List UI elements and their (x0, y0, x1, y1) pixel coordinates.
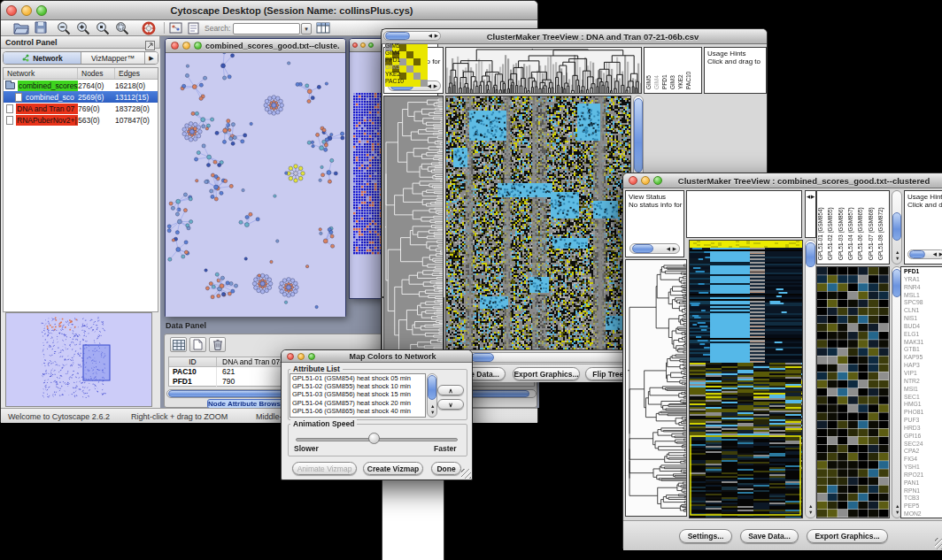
zoom-window-icon[interactable] (36, 5, 47, 16)
scroll-down-arrow-icon[interactable]: ▼ (808, 510, 813, 516)
open-file-icon[interactable] (13, 21, 29, 35)
gene-label[interactable]: GIM4 (385, 50, 404, 57)
gene-label[interactable]: YKE2 (385, 71, 404, 78)
gene-label[interactable]: PFD1 (385, 57, 404, 64)
network-row[interactable]: combined_sco2569(6)13112(15) (4, 91, 158, 103)
gene-label[interactable]: HRD3 (904, 425, 923, 433)
attribute-item[interactable]: GPL51-04 (GSM857) heat shock 20 min (290, 399, 425, 407)
search-input[interactable] (233, 23, 300, 35)
row-dendrogram-canvas[interactable] (626, 260, 686, 516)
help-lifering-icon[interactable] (142, 21, 158, 35)
create-vizmap-button[interactable]: Create Vizmap (363, 462, 423, 475)
gene-label[interactable]: MSL1 (904, 292, 923, 300)
gene-label[interactable]: HMG1 (904, 401, 923, 409)
gene-label[interactable]: NIS1 (904, 315, 923, 323)
heatmap-vscrollbar[interactable]: ▲ ▼ (805, 240, 816, 518)
zoom-window-icon[interactable] (368, 42, 374, 48)
scroll-left-arrow-icon[interactable]: ◀ (667, 247, 670, 252)
heatmap-hscrollbar[interactable] (445, 352, 631, 363)
attribute-item[interactable]: GPL51-03 (GSM856) heat shock 15 min (290, 390, 425, 398)
attribute-table-icon[interactable] (316, 21, 332, 35)
zoom-window-icon[interactable] (653, 176, 662, 185)
labels-vscrollbar[interactable]: ▲ ▼ (892, 190, 902, 265)
scroll-right-arrow-icon[interactable]: ▶ (673, 247, 676, 252)
scroll-left-arrow-icon[interactable]: ◀ (807, 195, 810, 200)
save-data-button[interactable]: Save Data... (740, 529, 799, 543)
resize-grip[interactable] (935, 538, 942, 549)
gene-label[interactable]: YSH1 (904, 464, 923, 472)
scroll-down-arrow-icon[interactable]: ▼ (895, 257, 900, 262)
close-icon[interactable] (629, 176, 637, 185)
gene-label[interactable]: BUD4 (904, 323, 923, 331)
attribute-list-vscrollbar[interactable]: ▲ ▼ (427, 373, 437, 418)
gene-label[interactable]: PAN1 (904, 479, 923, 487)
heatmap-panel[interactable] (445, 96, 631, 350)
close-icon[interactable] (287, 353, 294, 360)
scroll-left-arrow-icon[interactable]: ◀ (429, 34, 432, 39)
network-row[interactable]: combined_scores2764(0)16218(0) (4, 80, 158, 91)
scroll-up-arrow-icon[interactable]: ▲ (895, 504, 900, 510)
zoom-in-icon[interactable] (76, 21, 92, 35)
hscrollbar[interactable]: ◀ ▶ (907, 249, 942, 259)
zoom-window-icon[interactable] (194, 42, 202, 50)
gene-label[interactable]: ELG1 (904, 331, 923, 339)
slider-thumb[interactable] (368, 433, 380, 444)
attribute-item[interactable]: GPL51-06 (GSM865) heat shock 40 min (290, 407, 425, 415)
close-icon[interactable] (352, 42, 358, 48)
gene-label[interactable]: MSI1 (904, 386, 923, 394)
network-row[interactable]: DNA and Tran 07769(0)183728(0) (4, 103, 158, 114)
gene-label[interactable]: SEC24 (904, 441, 923, 449)
export-graphics-button[interactable]: Export Graphics... (513, 367, 580, 380)
column-network[interactable]: Network (4, 68, 78, 79)
minimize-icon[interactable] (21, 5, 32, 16)
gene-label[interactable]: GTB1 (904, 346, 923, 354)
close-icon[interactable] (171, 42, 179, 50)
zoom-heatmap-canvas[interactable] (817, 267, 889, 518)
close-icon[interactable] (6, 5, 17, 16)
delete-attribute-icon[interactable] (209, 337, 226, 352)
network-view-canvas[interactable] (166, 53, 345, 317)
row-dendrogram-panel[interactable] (625, 259, 687, 517)
gene-label[interactable]: PEP5 (904, 502, 923, 510)
attribute-select-icon[interactable] (170, 337, 187, 352)
birdseye-canvas[interactable] (6, 313, 151, 406)
move-down-button[interactable]: ∨ (437, 399, 464, 410)
zoom-heatmap-panel[interactable] (816, 266, 890, 518)
scroll-up-arrow-icon[interactable]: ▲ (430, 404, 435, 410)
zoom-window-icon[interactable] (308, 353, 315, 360)
node-attribute-browser-tab[interactable]: Node Attribute Browser (207, 399, 287, 408)
zoom-out-icon[interactable] (57, 21, 73, 35)
gene-label[interactable]: PUF3 (904, 417, 923, 425)
scroll-up-arrow-icon[interactable]: ▲ (808, 504, 813, 510)
row-dendrogram-canvas[interactable] (384, 96, 443, 363)
gene-label[interactable]: CPA2 (904, 448, 923, 456)
annotation-icon[interactable] (169, 21, 185, 35)
zoom-fit-icon[interactable] (115, 21, 131, 35)
save-icon[interactable] (35, 21, 50, 35)
gene-label[interactable]: RPO21 (904, 472, 923, 479)
dialog-titlebar[interactable]: Map Colors to Network (282, 350, 472, 363)
gene-label[interactable]: MAK31 (904, 339, 923, 347)
gene-label[interactable]: GIM3 (385, 64, 404, 71)
column-dendrogram-panel[interactable] (445, 47, 642, 94)
done-button[interactable]: Done (431, 462, 461, 475)
minimize-icon[interactable] (297, 353, 305, 360)
birdseye-view[interactable] (5, 312, 152, 407)
attribute-item[interactable]: GPL51-02 (GSM855) heat shock 10 min (290, 382, 425, 390)
heatmap-canvas[interactable] (446, 96, 630, 349)
tab-overflow-icon[interactable]: ▶ (145, 52, 158, 64)
search-dropdown-icon[interactable]: ▾ (301, 23, 312, 35)
gene-label[interactable]: GPI16 (904, 433, 923, 441)
gene-label[interactable]: RNR4 (904, 284, 923, 292)
gene-label[interactable]: PFD1 (904, 268, 923, 276)
gene-label[interactable]: HAP3 (904, 362, 923, 370)
attribute-list[interactable]: GPL51-01 (GSM854) heat shock 05 minGPL51… (290, 373, 426, 418)
minimize-icon[interactable] (182, 42, 190, 50)
gene-label[interactable]: KAP95 (904, 354, 923, 362)
export-graphics-button[interactable]: Export Graphics... (807, 529, 888, 543)
scroll-down-arrow-icon[interactable]: ▼ (430, 410, 435, 416)
gene-label[interactable]: RPN1 (904, 487, 923, 495)
main-titlebar[interactable]: Cytoscape Desktop (Session Name: collins… (1, 1, 537, 20)
minimize-icon[interactable] (360, 42, 366, 48)
heatmap-panel[interactable] (689, 240, 803, 518)
